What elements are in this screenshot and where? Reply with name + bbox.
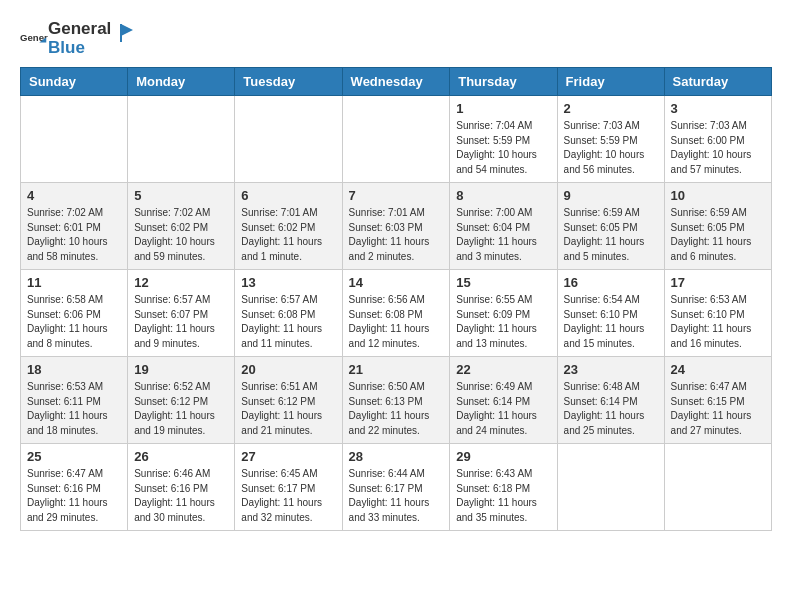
week-row-2: 4Sunrise: 7:02 AMSunset: 6:01 PMDaylight… — [21, 183, 772, 270]
weekday-header-tuesday: Tuesday — [235, 68, 342, 96]
day-info: Sunrise: 7:01 AMSunset: 6:02 PMDaylight:… — [241, 206, 335, 264]
weekday-header-thursday: Thursday — [450, 68, 557, 96]
calendar-cell: 4Sunrise: 7:02 AMSunset: 6:01 PMDaylight… — [21, 183, 128, 270]
calendar-cell: 21Sunrise: 6:50 AMSunset: 6:13 PMDayligh… — [342, 357, 450, 444]
day-number: 14 — [349, 275, 444, 290]
day-number: 24 — [671, 362, 765, 377]
day-info: Sunrise: 6:57 AMSunset: 6:08 PMDaylight:… — [241, 293, 335, 351]
day-number: 17 — [671, 275, 765, 290]
calendar-cell: 17Sunrise: 6:53 AMSunset: 6:10 PMDayligh… — [664, 270, 771, 357]
calendar-cell: 10Sunrise: 6:59 AMSunset: 6:05 PMDayligh… — [664, 183, 771, 270]
day-info: Sunrise: 6:56 AMSunset: 6:08 PMDaylight:… — [349, 293, 444, 351]
day-number: 29 — [456, 449, 550, 464]
logo-blue-text: Blue — [48, 39, 111, 58]
day-number: 4 — [27, 188, 121, 203]
day-info: Sunrise: 6:55 AMSunset: 6:09 PMDaylight:… — [456, 293, 550, 351]
calendar-cell: 12Sunrise: 6:57 AMSunset: 6:07 PMDayligh… — [128, 270, 235, 357]
calendar-cell: 15Sunrise: 6:55 AMSunset: 6:09 PMDayligh… — [450, 270, 557, 357]
calendar-cell: 2Sunrise: 7:03 AMSunset: 5:59 PMDaylight… — [557, 96, 664, 183]
day-info: Sunrise: 6:57 AMSunset: 6:07 PMDaylight:… — [134, 293, 228, 351]
day-number: 18 — [27, 362, 121, 377]
day-info: Sunrise: 7:00 AMSunset: 6:04 PMDaylight:… — [456, 206, 550, 264]
day-number: 7 — [349, 188, 444, 203]
day-info: Sunrise: 6:45 AMSunset: 6:17 PMDaylight:… — [241, 467, 335, 525]
day-number: 26 — [134, 449, 228, 464]
day-info: Sunrise: 6:51 AMSunset: 6:12 PMDaylight:… — [241, 380, 335, 438]
day-number: 9 — [564, 188, 658, 203]
weekday-header-sunday: Sunday — [21, 68, 128, 96]
day-number: 13 — [241, 275, 335, 290]
day-number: 10 — [671, 188, 765, 203]
day-number: 3 — [671, 101, 765, 116]
calendar-cell: 8Sunrise: 7:00 AMSunset: 6:04 PMDaylight… — [450, 183, 557, 270]
day-info: Sunrise: 6:59 AMSunset: 6:05 PMDaylight:… — [564, 206, 658, 264]
week-row-4: 18Sunrise: 6:53 AMSunset: 6:11 PMDayligh… — [21, 357, 772, 444]
day-number: 15 — [456, 275, 550, 290]
day-number: 1 — [456, 101, 550, 116]
calendar-cell: 26Sunrise: 6:46 AMSunset: 6:16 PMDayligh… — [128, 444, 235, 531]
calendar-cell: 24Sunrise: 6:47 AMSunset: 6:15 PMDayligh… — [664, 357, 771, 444]
day-number: 11 — [27, 275, 121, 290]
calendar-cell: 16Sunrise: 6:54 AMSunset: 6:10 PMDayligh… — [557, 270, 664, 357]
day-number: 23 — [564, 362, 658, 377]
calendar-cell — [342, 96, 450, 183]
day-info: Sunrise: 6:53 AMSunset: 6:11 PMDaylight:… — [27, 380, 121, 438]
day-number: 21 — [349, 362, 444, 377]
calendar-cell: 27Sunrise: 6:45 AMSunset: 6:17 PMDayligh… — [235, 444, 342, 531]
weekday-header-saturday: Saturday — [664, 68, 771, 96]
logo-icon: General — [20, 25, 48, 53]
day-info: Sunrise: 6:48 AMSunset: 6:14 PMDaylight:… — [564, 380, 658, 438]
weekday-header-monday: Monday — [128, 68, 235, 96]
day-info: Sunrise: 6:47 AMSunset: 6:15 PMDaylight:… — [671, 380, 765, 438]
day-info: Sunrise: 7:03 AMSunset: 6:00 PMDaylight:… — [671, 119, 765, 177]
day-info: Sunrise: 7:01 AMSunset: 6:03 PMDaylight:… — [349, 206, 444, 264]
day-number: 28 — [349, 449, 444, 464]
day-info: Sunrise: 7:02 AMSunset: 6:02 PMDaylight:… — [134, 206, 228, 264]
day-info: Sunrise: 6:54 AMSunset: 6:10 PMDaylight:… — [564, 293, 658, 351]
day-number: 2 — [564, 101, 658, 116]
day-number: 16 — [564, 275, 658, 290]
day-number: 19 — [134, 362, 228, 377]
calendar-cell: 5Sunrise: 7:02 AMSunset: 6:02 PMDaylight… — [128, 183, 235, 270]
logo-general-text: General — [48, 20, 111, 39]
day-info: Sunrise: 6:49 AMSunset: 6:14 PMDaylight:… — [456, 380, 550, 438]
calendar-cell: 22Sunrise: 6:49 AMSunset: 6:14 PMDayligh… — [450, 357, 557, 444]
day-number: 22 — [456, 362, 550, 377]
day-info: Sunrise: 7:03 AMSunset: 5:59 PMDaylight:… — [564, 119, 658, 177]
day-info: Sunrise: 6:52 AMSunset: 6:12 PMDaylight:… — [134, 380, 228, 438]
day-info: Sunrise: 6:47 AMSunset: 6:16 PMDaylight:… — [27, 467, 121, 525]
day-info: Sunrise: 7:04 AMSunset: 5:59 PMDaylight:… — [456, 119, 550, 177]
day-info: Sunrise: 6:43 AMSunset: 6:18 PMDaylight:… — [456, 467, 550, 525]
calendar-cell: 1Sunrise: 7:04 AMSunset: 5:59 PMDaylight… — [450, 96, 557, 183]
calendar-cell: 20Sunrise: 6:51 AMSunset: 6:12 PMDayligh… — [235, 357, 342, 444]
day-number: 6 — [241, 188, 335, 203]
calendar-cell: 11Sunrise: 6:58 AMSunset: 6:06 PMDayligh… — [21, 270, 128, 357]
svg-marker-2 — [121, 24, 133, 36]
calendar-cell: 9Sunrise: 6:59 AMSunset: 6:05 PMDaylight… — [557, 183, 664, 270]
day-info: Sunrise: 6:44 AMSunset: 6:17 PMDaylight:… — [349, 467, 444, 525]
logo: General General Blue — [20, 20, 73, 57]
day-info: Sunrise: 6:53 AMSunset: 6:10 PMDaylight:… — [671, 293, 765, 351]
day-number: 5 — [134, 188, 228, 203]
day-number: 27 — [241, 449, 335, 464]
page-header: General General Blue — [20, 20, 772, 57]
week-row-5: 25Sunrise: 6:47 AMSunset: 6:16 PMDayligh… — [21, 444, 772, 531]
calendar-cell — [557, 444, 664, 531]
calendar-cell: 23Sunrise: 6:48 AMSunset: 6:14 PMDayligh… — [557, 357, 664, 444]
weekday-header-friday: Friday — [557, 68, 664, 96]
calendar-cell: 14Sunrise: 6:56 AMSunset: 6:08 PMDayligh… — [342, 270, 450, 357]
day-info: Sunrise: 6:50 AMSunset: 6:13 PMDaylight:… — [349, 380, 444, 438]
logo-flag-icon — [113, 22, 135, 44]
week-row-3: 11Sunrise: 6:58 AMSunset: 6:06 PMDayligh… — [21, 270, 772, 357]
calendar-cell — [235, 96, 342, 183]
calendar-cell: 7Sunrise: 7:01 AMSunset: 6:03 PMDaylight… — [342, 183, 450, 270]
weekday-header-wednesday: Wednesday — [342, 68, 450, 96]
weekday-header-row: SundayMondayTuesdayWednesdayThursdayFrid… — [21, 68, 772, 96]
calendar-cell: 3Sunrise: 7:03 AMSunset: 6:00 PMDaylight… — [664, 96, 771, 183]
day-number: 25 — [27, 449, 121, 464]
calendar-cell: 19Sunrise: 6:52 AMSunset: 6:12 PMDayligh… — [128, 357, 235, 444]
day-info: Sunrise: 6:59 AMSunset: 6:05 PMDaylight:… — [671, 206, 765, 264]
day-info: Sunrise: 7:02 AMSunset: 6:01 PMDaylight:… — [27, 206, 121, 264]
calendar-cell: 13Sunrise: 6:57 AMSunset: 6:08 PMDayligh… — [235, 270, 342, 357]
calendar-cell — [128, 96, 235, 183]
